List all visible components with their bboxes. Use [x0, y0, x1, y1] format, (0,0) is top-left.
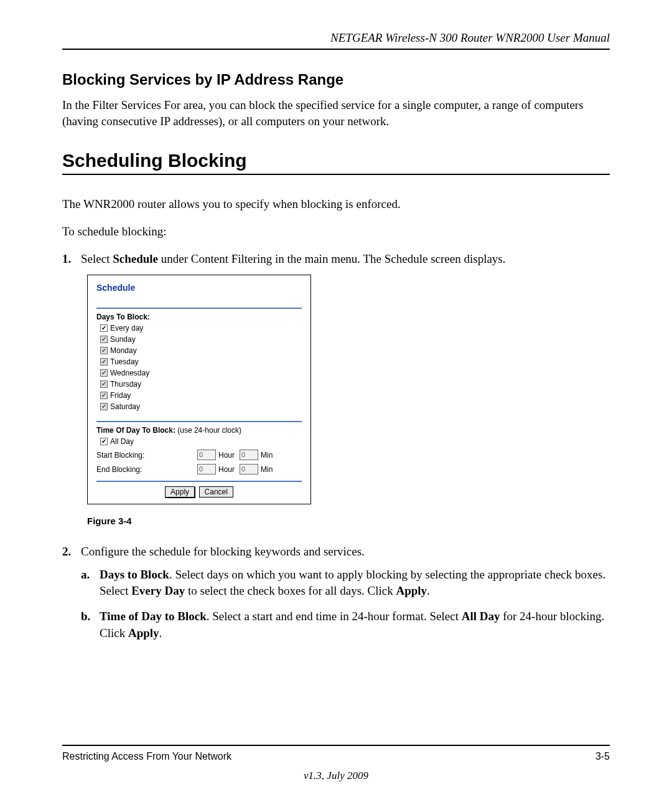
- check-icon: ✔: [100, 403, 108, 410]
- t: .: [427, 584, 430, 597]
- step-2b: b. Time of Day to Block. Select a start …: [81, 608, 610, 641]
- ordered-steps-continued: 2. Configure the schedule for blocking k…: [62, 544, 610, 650]
- time-hint: (use 24-hour clock): [175, 426, 241, 435]
- checkbox-everyday[interactable]: ✔ Every day: [100, 324, 302, 333]
- checkbox-tuesday[interactable]: ✔ Tuesday: [100, 357, 302, 366]
- rule: [96, 481, 302, 482]
- paragraph-schedule-intro: The WNR2000 router allows you to specify…: [62, 196, 610, 212]
- b: Every Day: [131, 584, 185, 597]
- b: All Day: [462, 610, 500, 623]
- days-to-block-label: Days To Block:: [96, 313, 302, 321]
- checkbox-saturday[interactable]: ✔ Saturday: [100, 402, 302, 411]
- checkbox-monday[interactable]: ✔ Monday: [100, 346, 302, 355]
- step-2a-marker: a.: [81, 567, 100, 600]
- step-2-text: Configure the schedule for blocking keyw…: [81, 545, 365, 558]
- t: .: [159, 626, 162, 639]
- screenshot-title: Schedule: [96, 283, 302, 293]
- page-header: NETGEAR Wireless-N 300 Router WNR2000 Us…: [62, 31, 610, 50]
- footer-rule: [62, 745, 610, 746]
- heading-rule: [62, 174, 610, 175]
- step-1-prefix: Select: [81, 252, 113, 265]
- check-icon: ✔: [100, 392, 108, 399]
- start-blocking-label: Start Blocking:: [96, 451, 196, 460]
- footer-version: v1.3, July 2009: [62, 770, 610, 782]
- footer-right: 3-5: [595, 751, 610, 762]
- step-2b-marker: b.: [81, 608, 100, 641]
- checkbox-friday[interactable]: ✔ Friday: [100, 391, 302, 400]
- checkbox-label: Saturday: [110, 402, 140, 411]
- start-hour-input[interactable]: 0: [197, 450, 216, 460]
- checkbox-wednesday[interactable]: ✔ Wednesday: [100, 369, 302, 377]
- b: Apply: [128, 626, 159, 639]
- step-2a: a. Days to Block. Select days on which y…: [81, 567, 610, 600]
- checkbox-label: Friday: [110, 391, 131, 400]
- rule: [96, 308, 302, 309]
- checkbox-label: Every day: [110, 324, 143, 333]
- heading-blocking-ip: Blocking Services by IP Address Range: [62, 71, 610, 88]
- paragraph-schedule-lead: To schedule blocking:: [62, 224, 610, 240]
- check-icon: ✔: [100, 324, 108, 332]
- rule: [96, 421, 302, 422]
- step-2: 2. Configure the schedule for blocking k…: [62, 544, 610, 650]
- checkbox-label: Wednesday: [110, 369, 149, 377]
- step-1-suffix: under Content Filtering in the main menu…: [158, 252, 505, 265]
- checkbox-label: Tuesday: [110, 357, 139, 366]
- step-2b-content: Time of Day to Block. Select a start and…: [100, 608, 610, 641]
- step-1-content: Select Schedule under Content Filtering …: [81, 251, 610, 268]
- end-blocking-row: End Blocking: 0 Hour 0 Min: [96, 464, 302, 474]
- check-icon: ✔: [100, 438, 108, 445]
- check-icon: ✔: [100, 358, 108, 366]
- heading-scheduling: Scheduling Blocking: [62, 150, 610, 171]
- step-2a-content: Days to Block. Select days on which you …: [100, 567, 610, 600]
- figure-caption: Figure 3-4: [87, 516, 610, 526]
- checkbox-allday[interactable]: ✔ All Day: [100, 437, 302, 446]
- check-icon: ✔: [100, 380, 108, 388]
- step-1-marker: 1.: [62, 251, 81, 268]
- t: to select the check boxes for all days. …: [185, 584, 396, 597]
- b: Days to Block: [100, 568, 169, 581]
- checkbox-thursday[interactable]: ✔ Thursday: [100, 380, 302, 389]
- ordered-steps: 1. Select Schedule under Content Filteri…: [62, 251, 610, 268]
- cancel-button[interactable]: Cancel: [199, 486, 233, 498]
- checkbox-label: All Day: [110, 437, 134, 446]
- end-hour-input[interactable]: 0: [197, 464, 216, 474]
- min-unit: Min: [261, 465, 273, 474]
- step-1-bold: Schedule: [113, 252, 158, 265]
- footer-left: Restricting Access From Your Network: [62, 751, 231, 762]
- b: Time of Day to Block: [100, 610, 207, 623]
- time-label-text: Time Of Day To Block:: [96, 426, 175, 435]
- end-blocking-label: End Blocking:: [96, 465, 196, 474]
- check-icon: ✔: [100, 347, 108, 354]
- time-of-day-label: Time Of Day To Block: (use 24-hour clock…: [96, 426, 302, 435]
- step-2-content: Configure the schedule for blocking keyw…: [81, 544, 610, 650]
- checkbox-label: Sunday: [110, 335, 136, 344]
- step-1: 1. Select Schedule under Content Filteri…: [62, 251, 610, 268]
- apply-button[interactable]: Apply: [165, 486, 195, 498]
- end-min-input[interactable]: 0: [240, 464, 258, 474]
- check-icon: ✔: [100, 336, 108, 343]
- t: . Select a start and end time in 24-hour…: [207, 610, 462, 623]
- hour-unit: Hour: [218, 465, 235, 474]
- step-2-marker: 2.: [62, 544, 81, 650]
- hour-unit: Hour: [218, 451, 235, 460]
- checkbox-sunday[interactable]: ✔ Sunday: [100, 335, 302, 344]
- start-min-input[interactable]: 0: [240, 450, 258, 460]
- checkbox-label: Monday: [110, 346, 137, 355]
- nested-list: a. Days to Block. Select days on which y…: [81, 567, 610, 641]
- min-unit: Min: [261, 451, 273, 460]
- paragraph-ip-range: In the Filter Services For area, you can…: [62, 97, 610, 129]
- page-footer: Restricting Access From Your Network 3-5…: [62, 745, 610, 782]
- button-row: Apply Cancel: [96, 479, 302, 498]
- start-blocking-row: Start Blocking: 0 Hour 0 Min: [96, 450, 302, 460]
- b: Apply: [396, 584, 427, 597]
- checkbox-label: Thursday: [110, 380, 141, 389]
- check-icon: ✔: [100, 369, 108, 377]
- schedule-screenshot: Schedule Days To Block: ✔ Every day ✔ Su…: [87, 275, 311, 504]
